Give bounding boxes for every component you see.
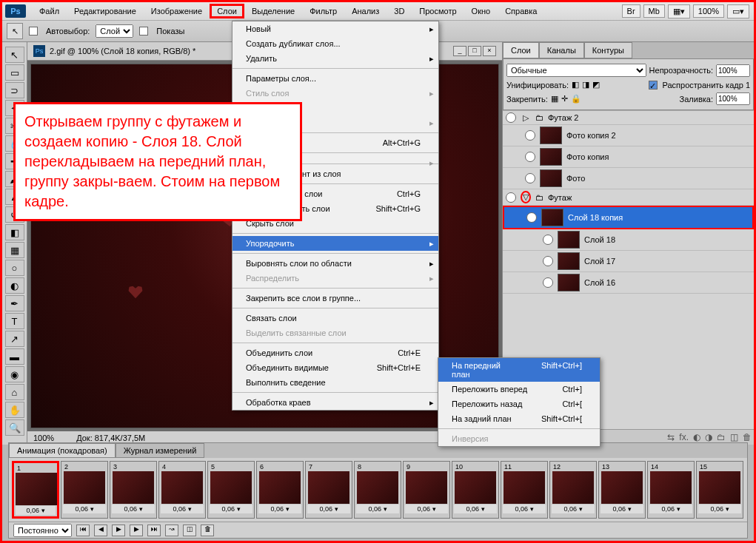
menu-view[interactable]: Просмотр [412,4,464,18]
close-button[interactable]: × [483,46,496,56]
menu-analysis[interactable]: Анализ [344,4,387,18]
layer-row[interactable]: Фото копия [503,146,754,168]
unify-style-icon[interactable]: ◩ [592,80,600,90]
link-icon[interactable]: ⇆ [667,432,675,442]
menu-window[interactable]: Окно [464,4,498,18]
mini-bridge-button[interactable]: Mb [643,4,665,18]
animation-frame[interactable]: 70,06 ▾ [305,461,352,519]
lock-all-icon[interactable]: ▦ [551,94,558,104]
menu-item[interactable]: Объединить видимыеShift+Ctrl+E [233,360,438,375]
menu-item[interactable]: Создать дубликат слоя... [233,36,438,51]
minimize-button[interactable]: _ [453,46,466,56]
blur-tool[interactable]: ○ [5,260,24,276]
shape-tool[interactable]: ▬ [5,348,24,365]
submenu-item[interactable]: Переложить впередCtrl+] [438,382,600,397]
visibility-icon[interactable] [506,192,516,203]
layer-row[interactable]: Слой 16 [503,272,754,294]
dodge-tool[interactable]: ◐ [5,277,24,294]
delete-frame-button[interactable]: 🗑 [201,525,214,536]
fx-icon[interactable]: fx. [679,432,689,442]
visibility-icon[interactable] [525,130,535,141]
new-layer-icon[interactable]: ◫ [730,432,738,442]
delete-layer-icon[interactable]: 🗑 [743,432,752,442]
bridge-button[interactable]: Br [622,4,640,18]
animation-frame[interactable]: 110,06 ▾ [501,461,548,519]
menu-item[interactable]: Связать слои [233,311,438,326]
submenu-item[interactable]: Переложить назадCtrl+[ [438,397,600,411]
menu-image[interactable]: Изображение [144,4,210,18]
loop-select[interactable]: Постоянно [13,524,72,537]
propagate-checkbox[interactable]: ✓ [649,81,658,90]
layer-row[interactable]: ▽🗀Футаж [503,189,754,206]
menu-filter[interactable]: Фильтр [302,4,344,18]
fill-input[interactable] [716,92,750,105]
submenu-item[interactable]: На передний планShift+Ctrl+] [438,358,600,382]
camera-tool[interactable]: ⌂ [5,384,24,400]
visibility-icon[interactable] [543,256,553,266]
extras-button[interactable]: ▦▾ [668,4,690,18]
menu-item[interactable]: Параметры слоя... [233,71,438,86]
prev-frame-button[interactable]: ◀ [94,525,107,536]
animation-frame[interactable]: 60,06 ▾ [256,461,304,519]
visibility-icon[interactable] [526,212,537,223]
hand-tool[interactable]: ✋ [5,402,24,418]
layer-row[interactable]: Слой 18 копия [503,206,754,229]
animation-frame[interactable]: 130,06 ▾ [598,461,646,519]
pen-tool[interactable]: ✒ [5,295,24,311]
path-tool[interactable]: ↗ [5,331,24,347]
visibility-icon[interactable] [543,277,553,288]
menu-item[interactable]: Упорядочить▸ [233,236,438,251]
show-controls-checkbox[interactable] [139,27,148,36]
menu-3d[interactable]: 3D [387,4,412,18]
eraser-tool[interactable]: ◧ [5,224,24,240]
animation-frame[interactable]: 80,06 ▾ [354,461,401,519]
animation-frames[interactable]: 10,06 ▾20,06 ▾30,06 ▾40,06 ▾50,06 ▾60,06… [9,458,747,522]
tab-animation[interactable]: Анимация (покадровая) [9,443,116,458]
submenu-item[interactable]: На задний планShift+Ctrl+[ [438,411,600,426]
menu-item[interactable]: Новый▸ [233,21,438,36]
tab-measurements[interactable]: Журнал измерений [116,443,205,458]
autoselect-target-select[interactable]: Слой [96,24,133,38]
screen-mode-button[interactable]: ▭▾ [727,4,749,18]
menu-item[interactable]: Закрепить все слои в группе... [233,291,438,306]
menu-item[interactable]: Выполнить сведение [233,375,438,390]
tween-button[interactable]: ↝ [165,525,178,536]
layer-row[interactable]: Слой 18 [503,229,754,251]
menu-edit[interactable]: Редактирование [67,4,144,18]
first-frame-button[interactable]: ⏮ [76,525,90,536]
animation-frame[interactable]: 20,06 ▾ [61,461,108,519]
last-frame-button[interactable]: ⏭ [147,525,161,536]
play-button[interactable]: ▶ [112,525,125,536]
unify-pos-icon[interactable]: ◧ [572,80,579,90]
lock-icon[interactable]: 🔒 [571,94,581,104]
3d-tool[interactable]: ◉ [5,366,24,382]
layer-row[interactable]: ▷🗀Футаж 2 [503,111,754,125]
unify-vis-icon[interactable]: ◨ [582,80,589,90]
lasso-tool[interactable]: ⊃ [5,82,24,98]
animation-frame[interactable]: 150,06 ▾ [696,461,743,519]
maximize-button[interactable]: □ [468,46,481,56]
animation-frame[interactable]: 140,06 ▾ [647,461,695,519]
lock-pos-icon[interactable]: ✛ [561,94,568,104]
opacity-input[interactable] [716,64,750,77]
tab-paths[interactable]: Контуры [584,42,632,58]
animation-frame[interactable]: 100,06 ▾ [452,461,499,519]
layer-thumbnail[interactable] [540,169,562,187]
type-tool[interactable]: T [5,313,24,329]
arrange-submenu[interactable]: На передний планShift+Ctrl+]Переложить в… [438,357,601,447]
group-icon[interactable]: 🗀 [717,432,726,442]
mask-icon[interactable]: ◐ [693,432,700,442]
zoom-level[interactable]: 100% [693,4,724,18]
gradient-tool[interactable]: ▦ [5,242,24,258]
autoselect-checkbox[interactable] [29,27,38,36]
next-frame-button[interactable]: ▶ [130,525,143,536]
menu-file[interactable]: Файл [32,4,67,18]
move-tool[interactable]: ↖ [5,47,24,63]
menu-select[interactable]: Выделение [244,4,302,18]
animation-frame[interactable]: 50,06 ▾ [207,461,255,519]
blend-mode-select[interactable]: Обычные [506,64,646,77]
adjustment-icon[interactable]: ◑ [705,432,712,442]
animation-frame[interactable]: 30,06 ▾ [110,461,157,519]
animation-frame[interactable]: 90,06 ▾ [403,461,450,519]
layer-thumbnail[interactable] [558,252,580,270]
